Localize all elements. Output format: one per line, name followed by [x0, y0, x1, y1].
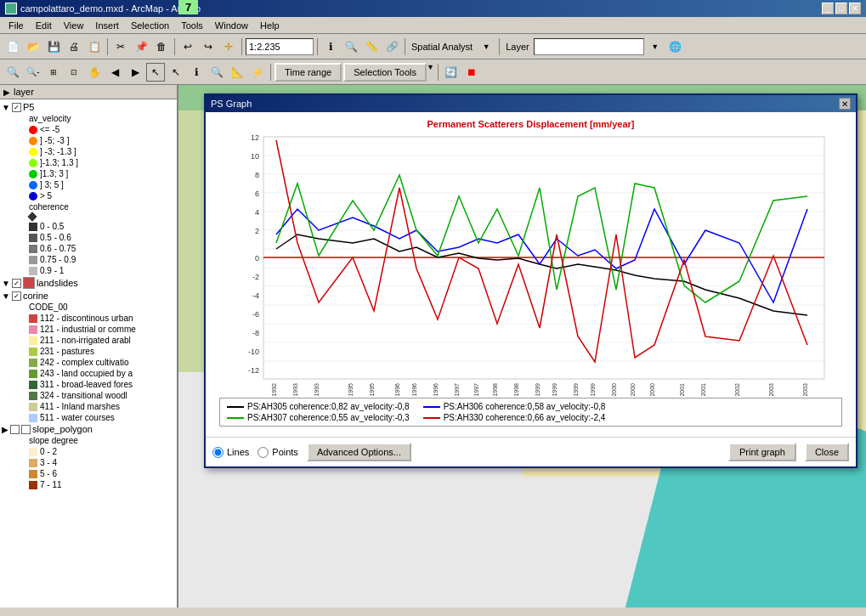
main-area: 7 ▶ layer ▼ P5 av_velocity <= -5 ] [0, 85, 866, 608]
color-lightgreen [29, 159, 37, 167]
new-btn[interactable]: 📄 [3, 37, 22, 56]
identify-btn[interactable]: ℹ [321, 37, 340, 56]
menu-insert[interactable]: Insert [90, 20, 124, 31]
find-features-btn[interactable]: 🔍 [207, 63, 226, 82]
hyperlink-btn[interactable]: 🔗 [382, 37, 401, 56]
paste-btn[interactable]: 📌 [132, 37, 150, 56]
info-btn[interactable]: ℹ [187, 63, 206, 82]
spatial-analyst-label: Spatial Analyst [411, 42, 473, 52]
select-tool[interactable]: ↖ [146, 63, 165, 82]
svg-text:-8: -8 [252, 329, 258, 337]
undo-btn[interactable]: ↩ [178, 37, 197, 56]
legend-green: ]1.3; 3 ] [15, 168, 175, 179]
layer-input[interactable] [534, 38, 644, 55]
spatial-analyst-dropdown[interactable]: ▼ [477, 37, 495, 56]
slope-checkbox[interactable] [10, 425, 20, 434]
toc-group-landslides: ▼ landslides [2, 276, 175, 290]
measure-btn[interactable]: 📏 [362, 37, 381, 56]
menu-window[interactable]: Window [210, 20, 253, 31]
advanced-options-btn[interactable]: Advanced Options... [307, 443, 411, 461]
zoom-in-btn[interactable]: 🔍 [3, 63, 22, 82]
print-graph-btn[interactable]: Print graph [728, 443, 796, 461]
selection-tools-btn[interactable]: Selection Tools [343, 63, 427, 82]
legend-ah330: PS:AH330 coherence:0,66 av_velocity:-2,4 [423, 413, 606, 422]
svg-text:14/12/1996: 14/12/1996 [433, 383, 439, 396]
lines-label: Lines [227, 447, 249, 457]
add-data-btn[interactable]: ✛ [219, 37, 238, 56]
back-btn[interactable]: ◀ [105, 63, 124, 82]
coh-075-09: 0.75 - 0.9 [15, 254, 175, 265]
c511-swatch [29, 414, 37, 422]
slope-vis-checkbox[interactable] [21, 425, 31, 434]
redo-btn[interactable]: ↪ [199, 37, 218, 56]
landslides-checkbox[interactable] [12, 279, 21, 288]
points-radio[interactable] [258, 447, 269, 458]
copy-btn[interactable]: 📋 [85, 37, 104, 56]
refresh-btn[interactable]: 🔄 [442, 63, 461, 82]
menu-file[interactable]: File [3, 20, 29, 31]
find-btn[interactable]: 🔍 [342, 37, 360, 56]
landslides-icon [23, 277, 35, 289]
minimize-btn[interactable]: _ [822, 3, 834, 14]
arrow-tool[interactable]: ↖ [167, 63, 185, 82]
menu-help[interactable]: Help [255, 20, 285, 31]
dialog-close-btn[interactable]: ✕ [839, 98, 851, 110]
pan-btn[interactable]: ✋ [85, 63, 104, 82]
toc-group-slope: ▶ slope_polygon [2, 423, 175, 435]
lines-radio[interactable] [212, 447, 224, 458]
landslides-expand[interactable]: ▼ [2, 279, 10, 288]
legend-row-2: PS:AH307 coherence:0,55 av_velocity:-0,3… [227, 413, 835, 422]
delete-btn[interactable]: 🗑 [152, 37, 171, 56]
p5-expand[interactable]: ▼ [2, 103, 10, 112]
pan-extent-btn[interactable]: ⊞ [44, 63, 63, 82]
c231: 231 - pastures [15, 346, 175, 357]
toc-expand[interactable]: ▶ [3, 88, 10, 97]
svg-text:17/05/1996: 17/05/1996 [411, 383, 417, 396]
zoom-input[interactable] [246, 38, 314, 55]
chart-wrapper: Permanent Scatterers Displacement [mm/ye… [212, 119, 849, 396]
corine-checkbox[interactable] [12, 291, 21, 301]
forward-btn[interactable]: ▶ [126, 63, 144, 82]
corine-sublayers: CODE_00 112 - discontinous urban 121 - i… [2, 302, 175, 423]
slope-label: slope_polygon [32, 424, 93, 434]
svg-text:29/09/2001: 29/09/2001 [700, 383, 706, 396]
s7-11-swatch [29, 481, 37, 489]
open-btn[interactable]: 📂 [24, 37, 42, 56]
dialog-title-bar: PS Graph ✕ [206, 95, 856, 112]
map-view[interactable]: PS Graph ✕ Permanent Scatterers Displace… [178, 85, 866, 608]
menu-edit[interactable]: Edit [31, 20, 57, 31]
zoom-out-btn[interactable]: 🔍- [24, 63, 42, 82]
layer-dropdown-btn[interactable]: ▼ [646, 37, 665, 56]
close-btn[interactable]: ✕ [849, 3, 861, 14]
time-range-btn[interactable]: Time range [275, 63, 342, 82]
c242: 242 - complex cultivatio [15, 357, 175, 368]
coh-swatch-2 [29, 234, 37, 242]
c324: 324 - transitional woodl [15, 390, 175, 401]
maximize-btn[interactable]: □ [835, 3, 847, 14]
s3-4: 3 - 4 [15, 457, 175, 468]
stop-btn[interactable]: ⏹ [462, 63, 481, 82]
c511: 511 - water courses [15, 412, 175, 423]
menu-tools[interactable]: Tools [176, 20, 208, 31]
c121: 121 - industrial or comme [15, 324, 175, 335]
s0-2-swatch [29, 448, 37, 456]
tab-number[interactable]: 7 [178, 0, 198, 14]
flash-btn[interactable]: ⚡ [248, 63, 267, 82]
measure-tool[interactable]: 📐 [228, 63, 246, 82]
full-extent-btn[interactable]: ⊡ [65, 63, 83, 82]
earth-btn[interactable]: 🌐 [666, 37, 685, 56]
menu-view[interactable]: View [59, 20, 89, 31]
toolbar-main: 📄 📂 💾 🖨 📋 ✂ 📌 🗑 ↩ ↪ ✛ ℹ 🔍 📏 🔗 Spatial An… [0, 34, 866, 59]
close-dialog-btn[interactable]: Close [805, 443, 849, 461]
legend-label-ah330: PS:AH330 coherence:0,66 av_velocity:-2,4 [444, 413, 606, 422]
toc-header: ▶ layer [0, 85, 177, 99]
print-btn[interactable]: 🖨 [65, 37, 83, 56]
menu-selection[interactable]: Selection [126, 20, 174, 31]
p5-checkbox[interactable] [12, 103, 21, 112]
svg-text:12: 12 [250, 133, 258, 142]
save-btn[interactable]: 💾 [44, 37, 63, 56]
slope-expand[interactable]: ▶ [2, 425, 8, 434]
corine-expand[interactable]: ▼ [2, 291, 10, 301]
cut-btn[interactable]: ✂ [111, 37, 130, 56]
diamond-icon [27, 212, 37, 221]
